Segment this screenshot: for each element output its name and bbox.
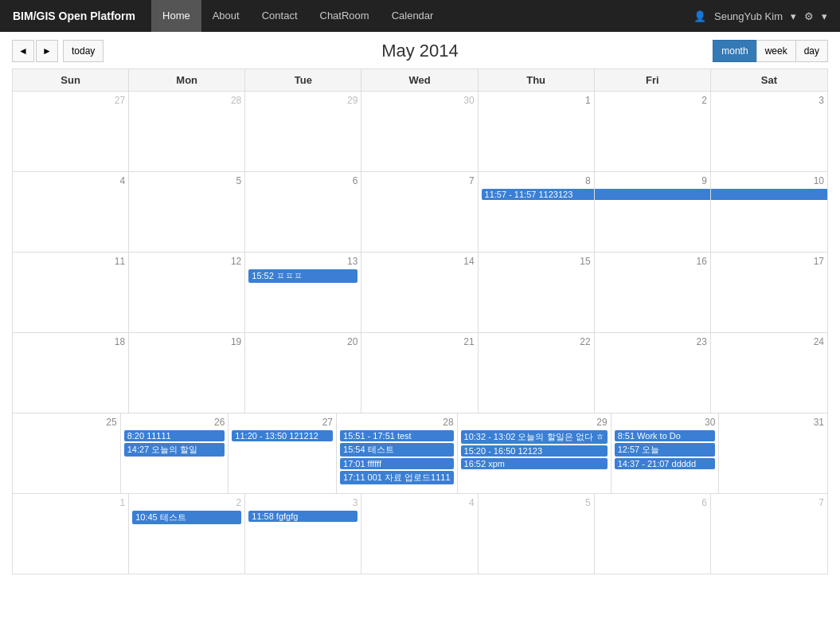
- calendar-day[interactable]: 11: [13, 253, 129, 332]
- calendar-event[interactable]: 8:20 11111: [124, 430, 225, 441]
- prev-button[interactable]: ◄: [12, 40, 34, 62]
- calendar-day[interactable]: 17: [711, 253, 827, 332]
- spanning-event[interactable]: 11:57 - 11:57 1123123: [482, 189, 594, 200]
- calendar-day[interactable]: 1315:52 ㅍㅍㅍ: [245, 253, 361, 332]
- calendar-day[interactable]: 7: [711, 494, 827, 574]
- cal-nav-buttons: ◄ ►: [12, 40, 58, 62]
- spanning-event[interactable]: [595, 189, 710, 200]
- calendar-day[interactable]: 18: [13, 333, 129, 413]
- calendar-day[interactable]: 30: [361, 92, 478, 171]
- calendar-day[interactable]: 811:57 - 11:57 1123123: [479, 172, 595, 252]
- navbar-item-about[interactable]: About: [201, 0, 251, 32]
- calendar-day[interactable]: 9: [595, 172, 711, 252]
- calendar-event[interactable]: 15:51 - 17:51 test: [340, 430, 454, 441]
- user-dropdown-icon[interactable]: ▾: [791, 10, 796, 22]
- day-number: 12: [132, 256, 241, 267]
- calendar-body: 272829301234567811:57 - 11:57 11231239 1…: [13, 92, 827, 574]
- calendar-event[interactable]: 15:20 - 16:50 12123: [461, 445, 608, 457]
- calendar-day[interactable]: 24: [711, 333, 827, 413]
- day-number: 27: [232, 417, 333, 428]
- cal-toolbar: ◄ ► today May 2014 monthweekday: [12, 40, 828, 62]
- calendar-day[interactable]: 16: [595, 253, 711, 332]
- day-number: 10: [714, 175, 824, 186]
- settings-icon[interactable]: ⚙: [804, 10, 814, 22]
- calendar-day[interactable]: 27: [13, 92, 129, 171]
- settings-dropdown-icon[interactable]: ▾: [822, 10, 827, 22]
- navbar-item-calendar[interactable]: Calendar: [381, 0, 445, 32]
- calendar-event[interactable]: 12:57 오늘: [615, 443, 716, 457]
- calendar-event[interactable]: 10:32 - 13:02 오늘의 할일은 없다 ㅎ: [461, 430, 608, 444]
- spanning-event[interactable]: [711, 189, 827, 200]
- today-button[interactable]: today: [63, 40, 104, 62]
- view-month-button[interactable]: month: [713, 40, 756, 62]
- day-number: 11: [16, 256, 125, 267]
- calendar-day[interactable]: 22: [479, 333, 595, 413]
- view-buttons: monthweekday: [713, 40, 828, 62]
- day-number: 7: [365, 175, 474, 186]
- calendar-day[interactable]: 2910:32 - 13:02 오늘의 할일은 없다 ㅎ15:20 - 16:5…: [458, 413, 611, 493]
- calendar-day[interactable]: 31: [719, 413, 827, 493]
- calendar-day[interactable]: 2711:20 - 13:50 121212: [229, 413, 337, 493]
- header-thu: Thu: [479, 69, 595, 91]
- calendar-day[interactable]: 1: [13, 494, 129, 574]
- view-day-button[interactable]: day: [795, 40, 828, 62]
- calendar-event[interactable]: 14:27 오늘의 할일: [124, 443, 225, 457]
- calendar-event[interactable]: 11:20 - 13:50 121212: [232, 430, 333, 441]
- user-name[interactable]: SeungYub Kim: [714, 10, 783, 22]
- day-number: 18: [16, 336, 125, 347]
- calendar-day[interactable]: 29: [245, 92, 361, 171]
- calendar-day[interactable]: 1: [479, 92, 595, 171]
- calendar-event[interactable]: 15:54 테스트: [340, 443, 454, 457]
- header-sat: Sat: [711, 69, 827, 91]
- navbar-item-home[interactable]: Home: [151, 0, 201, 32]
- calendar-event[interactable]: 10:45 테스트: [132, 511, 241, 524]
- next-button[interactable]: ►: [36, 40, 58, 62]
- user-icon: 👤: [693, 10, 706, 22]
- view-week-button[interactable]: week: [756, 40, 796, 62]
- calendar-event[interactable]: 17:11 001 자료 업로드1111: [340, 471, 454, 484]
- calendar-day[interactable]: 311:58 fgfgfg: [245, 494, 361, 574]
- calendar-day[interactable]: 2: [595, 92, 711, 171]
- calendar-week-3: 18192021222324: [13, 333, 827, 413]
- day-number: 5: [482, 497, 591, 508]
- day-number: 28: [132, 95, 241, 106]
- navbar-item-chatroom[interactable]: ChatRoom: [309, 0, 381, 32]
- calendar-day[interactable]: 3: [711, 92, 827, 171]
- calendar-event[interactable]: 14:37 - 21:07 ddddd: [615, 458, 716, 469]
- calendar-event[interactable]: 11:58 fgfgfg: [248, 511, 357, 522]
- calendar-day[interactable]: 28: [129, 92, 245, 171]
- calendar-day[interactable]: 15: [479, 253, 595, 332]
- calendar-day[interactable]: 6: [595, 494, 711, 574]
- calendar-day[interactable]: 14: [361, 253, 478, 332]
- calendar-day[interactable]: 308:51 Work to Do12:57 오늘14:37 - 21:07 d…: [611, 413, 720, 493]
- calendar-day[interactable]: 5: [129, 172, 245, 252]
- day-number: 30: [365, 95, 474, 106]
- calendar-day[interactable]: 25: [13, 413, 121, 493]
- calendar-day[interactable]: 21: [361, 333, 478, 413]
- calendar-day[interactable]: 19: [129, 333, 245, 413]
- navbar-item-contact[interactable]: Contact: [251, 0, 309, 32]
- calendar-day[interactable]: 268:20 1111114:27 오늘의 할일: [121, 413, 229, 493]
- calendar-day[interactable]: 4: [13, 172, 129, 252]
- day-number: 30: [615, 417, 716, 428]
- calendar-day[interactable]: 20: [245, 333, 361, 413]
- calendar-day[interactable]: 210:45 테스트: [129, 494, 245, 574]
- header-wed: Wed: [361, 69, 478, 91]
- calendar-day[interactable]: 7: [361, 172, 478, 252]
- calendar-event[interactable]: 8:51 Work to Do: [615, 430, 716, 441]
- calendar-day[interactable]: 4: [361, 494, 478, 574]
- calendar-day[interactable]: 12: [129, 253, 245, 332]
- calendar-day[interactable]: 23: [595, 333, 711, 413]
- day-number: 27: [16, 95, 125, 106]
- calendar-day[interactable]: 10: [711, 172, 827, 252]
- calendar-day[interactable]: 6: [245, 172, 361, 252]
- calendar-event[interactable]: 17:01 ffffff: [340, 458, 454, 469]
- day-number: 15: [482, 256, 591, 267]
- day-number: 24: [714, 336, 824, 347]
- calendar-day[interactable]: 5: [479, 494, 595, 574]
- calendar-event[interactable]: 15:52 ㅍㅍㅍ: [248, 269, 357, 283]
- day-number: 23: [598, 336, 707, 347]
- calendar-day[interactable]: 2815:51 - 17:51 test15:54 테스트17:01 fffff…: [337, 413, 458, 493]
- navbar-brand: BIM/GIS Open Platform: [13, 10, 135, 22]
- calendar-event[interactable]: 16:52 xpm: [461, 458, 608, 469]
